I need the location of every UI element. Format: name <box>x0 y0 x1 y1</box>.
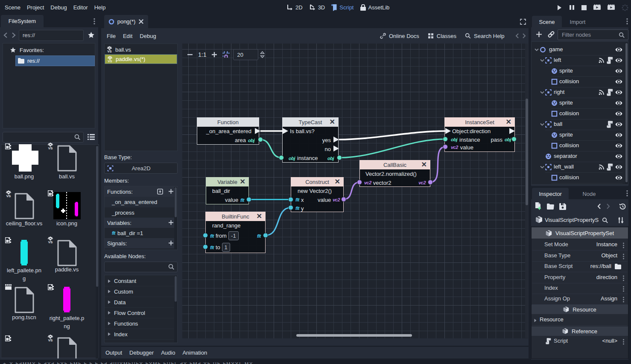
svg-text:VS: VS <box>107 50 111 53</box>
svg-text:VS: VS <box>48 338 53 342</box>
svg-text:VS: VS <box>6 194 11 198</box>
svg-text:VS: VS <box>48 240 53 244</box>
svg-text:VS: VS <box>48 146 53 150</box>
svg-text:VS: VS <box>108 59 112 63</box>
